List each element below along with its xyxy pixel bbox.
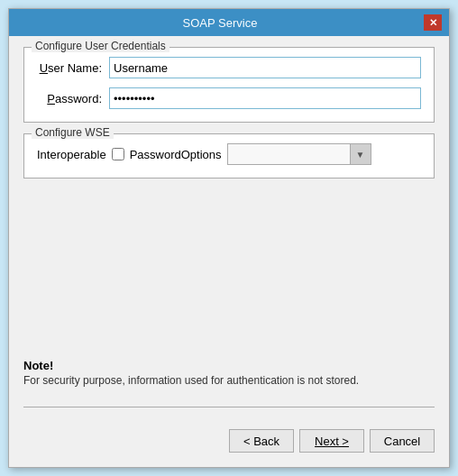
wse-group: Configure WSE Interoperable PasswordOpti… [23,133,435,178]
password-options-dropdown-wrap: ▼ [227,143,371,165]
password-row: Password: [37,87,421,109]
close-button[interactable]: ✕ [424,14,442,31]
main-window: SOAP Service ✕ Configure User Credential… [8,8,450,468]
credentials-group: Configure User Credentials User Name: Pa… [23,47,435,123]
password-options-select[interactable] [227,143,371,165]
note-title: Note! [23,359,435,372]
username-row: User Name: [37,57,421,78]
credentials-group-legend: Configure User Credentials [32,40,169,52]
window-body: Configure User Credentials User Name: Pa… [9,36,449,467]
spacer [23,189,435,348]
button-row: < Back Next > Cancel [23,424,435,456]
title-bar: SOAP Service ✕ [9,9,449,36]
password-label: Password: [37,92,109,105]
username-label-rest: ser Name: [48,61,102,75]
wse-row: Interoperable PasswordOptions ▼ [37,143,421,165]
back-button[interactable]: < Back [229,429,294,453]
interoperable-label: Interoperable [37,148,106,161]
password-input[interactable] [109,87,421,109]
note-text: For security purpose, information used f… [23,374,435,387]
username-label: User Name: [37,61,109,75]
wse-group-legend: Configure WSE [32,126,114,139]
separator [23,407,435,407]
username-input[interactable] [109,57,421,78]
cancel-button[interactable]: Cancel [370,429,435,453]
interoperable-checkbox[interactable] [112,148,124,160]
window-title: SOAP Service [16,16,424,30]
username-underline: U [40,61,48,75]
password-underline: P [47,92,55,105]
next-button[interactable]: Next > [299,429,364,453]
password-options-label: PasswordOptions [130,148,222,161]
note-section: Note! For security purpose, information … [23,359,435,390]
password-label-rest: assword: [55,92,102,105]
